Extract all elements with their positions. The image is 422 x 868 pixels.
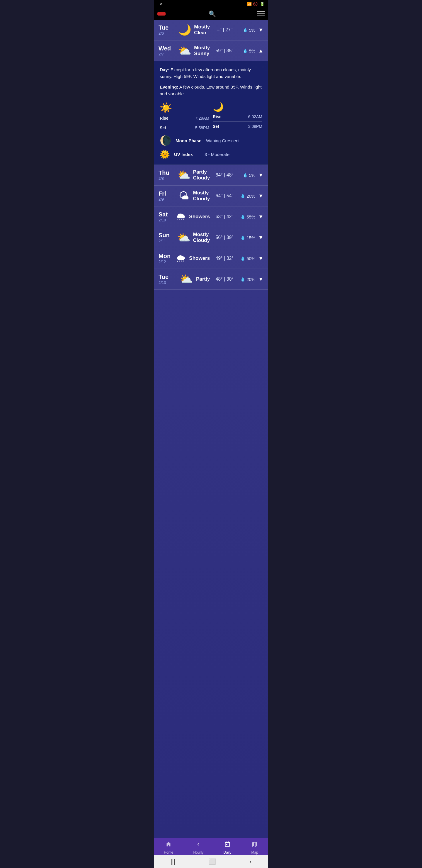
- weather-icon: 🌧: [174, 252, 188, 265]
- expand-chevron[interactable]: ▼: [258, 27, 263, 33]
- header: 🔍: [154, 8, 268, 20]
- back-nav-button[interactable]: |||: [170, 858, 175, 865]
- nav-item-hourly[interactable]: Hourly: [193, 841, 203, 855]
- condition-text: MostlyCloudy: [192, 190, 210, 202]
- expand-chevron[interactable]: ▼: [258, 214, 263, 220]
- day-row[interactable]: Tue 2/6 🌙 MostlyClear --° | 27° 💧 5% ▼: [154, 20, 268, 40]
- moon-rise-time: 6:02AM: [248, 114, 262, 119]
- expand-chevron[interactable]: ▼: [258, 255, 263, 261]
- bottom-navigation: Home Hourly Daily Map: [154, 838, 268, 856]
- day-row[interactable]: Sat 2/10 🌧 Showers 63° | 42° 💧 55% ▼: [154, 207, 268, 227]
- expand-chevron[interactable]: ▼: [258, 276, 263, 282]
- day-date: 2/10: [159, 218, 174, 222]
- condition-text: MostlyCloudy: [192, 232, 210, 243]
- day-info: Tue 2/13: [159, 274, 177, 285]
- day-row[interactable]: Fri 2/9 🌤 MostlyCloudy 64° | 54° 💧 20% ▼: [154, 186, 268, 207]
- map-nav-label: Map: [251, 850, 258, 855]
- detail-panel: Day: Except for a few afternoon clouds, …: [154, 61, 268, 165]
- drop-icon: 💧: [242, 49, 248, 53]
- precipitation: 💧 55%: [239, 214, 255, 219]
- home-nav-label: Home: [164, 850, 173, 855]
- drop-icon: 💧: [242, 28, 248, 32]
- evening-description: Evening: A few clouds. Low around 35F. W…: [160, 84, 262, 97]
- day-info: Sun 2/11: [159, 232, 176, 243]
- status-bar: ✕ 📶 🚫 🔋: [154, 0, 268, 8]
- expand-chevron[interactable]: ▼: [258, 193, 263, 199]
- menu-button[interactable]: [257, 11, 265, 16]
- sun-set-time: 5:58PM: [195, 125, 209, 130]
- precip-value: 5%: [249, 173, 255, 178]
- weather-icon: 🌤: [176, 190, 192, 202]
- uv-value: 3 - Moderate: [204, 152, 229, 157]
- recents-nav-button[interactable]: ‹: [249, 858, 252, 865]
- temperature-range: 64° | 54°: [210, 193, 239, 198]
- drop-icon: 💧: [240, 277, 245, 281]
- day-row[interactable]: Wed 2/7 ⛅ MostlySunny 59° | 35° 💧 5% ▲: [154, 40, 268, 61]
- expand-chevron[interactable]: ▲: [258, 48, 263, 54]
- precipitation: 💧 20%: [239, 193, 255, 198]
- moon-phase-label: Moon Phase: [175, 138, 202, 143]
- temperature-range: 56° | 39°: [210, 235, 239, 240]
- rise-label: Rise: [160, 116, 168, 121]
- precip-value: 20%: [247, 193, 255, 198]
- map-nav-icon: [252, 841, 258, 849]
- expand-chevron[interactable]: ▼: [258, 235, 263, 241]
- moon-phase-value: Waning Crescent: [206, 138, 240, 143]
- sun-rise-time: 7:29AM: [195, 116, 209, 121]
- condition-text: Showers: [188, 255, 210, 261]
- day-info: Mon 2/12: [159, 253, 174, 264]
- day-info: Fri 2/9: [159, 190, 176, 202]
- drop-icon: 💧: [240, 214, 245, 219]
- day-date: 2/12: [159, 259, 174, 264]
- logo-weather: [160, 14, 163, 14]
- search-icon[interactable]: 🔍: [209, 10, 216, 17]
- moon-set-time: 3:08PM: [248, 124, 262, 129]
- nav-item-daily[interactable]: Daily: [223, 841, 231, 855]
- app-logo: [157, 12, 166, 16]
- condition-text: Partly: [195, 276, 210, 282]
- system-navigation: ||| ⬜ ‹: [154, 855, 268, 868]
- moon-block: 🌙 Rise 6:02AM Set 3:08PM: [213, 102, 262, 130]
- precip-value: 20%: [247, 277, 255, 282]
- condition-text: Showers: [188, 214, 210, 220]
- home-nav-button[interactable]: ⬜: [209, 858, 216, 865]
- temperature-range: 48° | 30°: [210, 277, 239, 282]
- drop-icon: 💧: [240, 235, 245, 240]
- nav-item-home[interactable]: Home: [164, 841, 173, 855]
- day-label: Day:: [160, 67, 169, 72]
- moon-phase-icon: 🌘: [160, 135, 171, 146]
- day-info: Wed 2/7: [159, 45, 176, 56]
- day-row[interactable]: Sun 2/11 ⛅ MostlyCloudy 56° | 39° 💧 15% …: [154, 227, 268, 248]
- day-name: Mon: [159, 253, 174, 259]
- precip-value: 55%: [247, 214, 255, 219]
- wifi-icon: 📶: [247, 2, 252, 6]
- day-row[interactable]: Thu 2/8 ⛅ PartlyCloudy 64° | 48° 💧 5% ▼: [154, 165, 268, 186]
- day-date: 2/11: [159, 239, 176, 243]
- day-description: Day: Except for a few afternoon clouds, …: [160, 67, 262, 80]
- uv-label: UV Index: [174, 152, 200, 157]
- daily-nav-label: Daily: [223, 850, 231, 855]
- precipitation: 💧 5%: [239, 28, 255, 33]
- weather-icon: 🌙: [176, 24, 193, 36]
- condition-text: MostlyClear: [193, 24, 210, 36]
- day-date: 2/13: [159, 280, 177, 285]
- drop-icon: 💧: [240, 256, 245, 261]
- day-name: Sun: [159, 232, 176, 239]
- drop-icon: 💧: [242, 173, 248, 178]
- precip-value: 50%: [247, 256, 255, 261]
- day-date: 2/6: [159, 31, 176, 35]
- expand-chevron[interactable]: ▼: [258, 172, 263, 178]
- day-row[interactable]: Mon 2/12 🌧 Showers 49° | 32° 💧 50% ▼: [154, 248, 268, 269]
- temperature-range: 64° | 48°: [210, 173, 239, 178]
- close-icon: ✕: [160, 2, 163, 6]
- nav-item-map[interactable]: Map: [251, 841, 258, 855]
- moon-phase-row: 🌘 Moon Phase Waning Crescent: [160, 135, 262, 146]
- precipitation: 💧 15%: [239, 235, 255, 240]
- day-row[interactable]: Tue 2/13 ⛅ Partly 48° | 30° 💧 20% ▼: [154, 269, 268, 290]
- evening-label: Evening:: [160, 85, 178, 89]
- day-name: Wed: [159, 45, 176, 52]
- precipitation: 💧 5%: [239, 173, 255, 178]
- day-info: Tue 2/6: [159, 24, 176, 35]
- moon-icon: 🌙: [213, 102, 224, 112]
- precip-value: 5%: [249, 49, 255, 53]
